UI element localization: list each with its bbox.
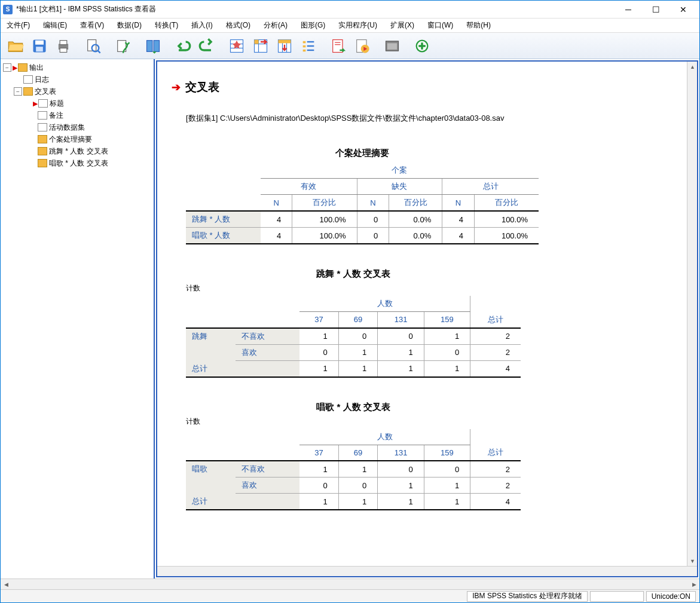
tree-label: 输出 <box>29 63 44 73</box>
goto-data-button[interactable] <box>225 35 248 57</box>
menu-extensions[interactable]: 扩展(X) <box>388 19 417 32</box>
save-icon <box>31 38 48 54</box>
row-header: 喜欢 <box>236 477 299 494</box>
menu-analyze[interactable]: 分析(A) <box>261 19 290 32</box>
table-title: 个案处理摘要 <box>186 148 539 159</box>
titlebar: S *输出1 [文档1] - IBM SPSS Statistics 查看器 ─… <box>1 1 699 19</box>
designate-window-button[interactable] <box>381 35 404 57</box>
row-header: 跳舞 <box>186 328 236 361</box>
cell: 1 <box>378 477 424 494</box>
section-heading: ➔ 交叉表 <box>172 79 683 95</box>
dialog-recall-icon <box>145 38 161 54</box>
cell: 1 <box>378 360 424 377</box>
add-button[interactable] <box>411 35 433 57</box>
tree-label: 备注 <box>49 111 63 121</box>
scroll-down-icon[interactable]: ▼ <box>687 556 698 566</box>
crosstab2-block[interactable]: 唱歌 * 人数 交叉表 计数 人数 37 69 131 159 总计 <box>186 402 521 511</box>
vertical-scrollbar[interactable]: ▲ ▼ <box>687 62 697 566</box>
tree-node-output[interactable]: − ▶ 输出 <box>2 62 152 74</box>
output-viewer[interactable]: ➔ 交叉表 [数据集1] C:\Users\Administrator\Desk… <box>157 62 697 576</box>
col-header: 百分比 <box>389 195 442 212</box>
tree-node-log[interactable]: 日志 <box>2 74 152 85</box>
menu-view[interactable]: 查看(V) <box>78 19 106 32</box>
col-header: 159 <box>424 312 470 328</box>
summary-table-block[interactable]: 个案处理摘要 个案 有效 缺失 总计 N 百分比 <box>186 148 539 244</box>
collapse-icon[interactable]: − <box>3 63 11 72</box>
window-title: *输出1 [文档1] - IBM SPSS Statistics 查看器 <box>16 4 615 14</box>
row-header: 总计 <box>186 494 299 510</box>
cell: 0 <box>424 461 470 477</box>
menu-utilities[interactable]: 实用程序(U) <box>336 19 380 32</box>
undo-button[interactable] <box>172 35 194 57</box>
scroll-right-icon[interactable]: ▶ <box>689 579 699 589</box>
menu-data[interactable]: 数据(D) <box>115 19 144 32</box>
menu-window[interactable]: 窗口(W) <box>425 19 456 32</box>
save-button[interactable] <box>28 35 51 57</box>
cell: 1 <box>424 328 470 345</box>
tree-node-notes[interactable]: 备注 <box>2 109 152 121</box>
cell: 1 <box>338 360 378 377</box>
print-preview-button[interactable] <box>82 35 105 57</box>
menu-transform[interactable]: 转换(T) <box>152 19 181 32</box>
grid-star-icon <box>228 38 245 54</box>
horizontal-scrollbar[interactable] <box>157 566 697 576</box>
menubar: 文件(F) 编辑(E) 查看(V) 数据(D) 转换(T) 插入(I) 格式(O… <box>1 19 699 33</box>
select-last-output-button[interactable] <box>327 35 350 57</box>
grid-arrow-down-icon <box>276 38 293 54</box>
cell: 0 <box>357 228 389 244</box>
print-button[interactable] <box>52 35 75 57</box>
menu-edit[interactable]: 编辑(E) <box>41 19 69 32</box>
cell: 1 <box>424 360 470 377</box>
dialog-recall-button[interactable] <box>142 35 164 57</box>
minimize-button[interactable]: ─ <box>615 1 642 19</box>
magnifier-page-icon <box>85 38 102 54</box>
cell: 1 <box>378 344 424 360</box>
crosstab1-block[interactable]: 跳舞 * 人数 交叉表 计数 人数 37 69 131 159 总计 <box>186 268 521 378</box>
export-button[interactable] <box>112 35 135 57</box>
menu-help[interactable]: 帮助(H) <box>464 19 493 32</box>
tree-node-ct1[interactable]: 跳舞 * 人数 交叉表 <box>2 145 152 157</box>
scroll-up-icon[interactable]: ▲ <box>687 62 698 72</box>
maximize-button[interactable]: ☐ <box>642 1 670 19</box>
log-icon <box>23 75 33 84</box>
run-pending-button[interactable] <box>351 35 374 57</box>
close-button[interactable]: ✕ <box>670 1 697 19</box>
sidebar-scrollbar[interactable]: ◀ ▶ <box>1 578 699 589</box>
open-button[interactable] <box>4 35 27 57</box>
cell: 4 <box>442 228 475 244</box>
cell: 0 <box>378 461 424 477</box>
cell: 4 <box>442 211 475 228</box>
tree-node-summary[interactable]: 个案处理摘要 <box>2 133 152 145</box>
export-icon <box>115 38 132 54</box>
cell: 1 <box>299 494 338 510</box>
folder-open-icon <box>7 38 24 54</box>
row-header: 总计 <box>186 360 299 377</box>
cell: 100.0% <box>474 211 539 228</box>
redo-button[interactable] <box>195 35 218 57</box>
app-window: S *输出1 [文档1] - IBM SPSS Statistics 查看器 ─… <box>0 0 700 603</box>
menu-format[interactable]: 格式(O) <box>224 19 253 32</box>
row-header: 跳舞 * 人数 <box>186 211 261 228</box>
svg-line-8 <box>98 51 100 53</box>
cell: 1 <box>299 360 338 377</box>
cell: 0 <box>378 328 424 345</box>
goto-variable-button[interactable] <box>273 35 296 57</box>
arrow-icon: ➔ <box>172 81 181 94</box>
variables-button[interactable] <box>297 35 320 57</box>
tree-node-dataset[interactable]: 活动数据集 <box>2 121 152 133</box>
tree-node-ct2[interactable]: 唱歌 * 人数 交叉表 <box>2 157 152 169</box>
cell: 0 <box>338 477 378 494</box>
scroll-left-icon[interactable]: ◀ <box>1 579 11 589</box>
outline-tree[interactable]: − ▶ 输出 日志 − 交叉表 ▶ 标题 备注 <box>1 59 155 578</box>
tree-node-title[interactable]: ▶ 标题 <box>2 97 152 109</box>
collapse-icon[interactable]: − <box>14 87 22 96</box>
svg-rect-24 <box>303 45 306 47</box>
col-header: 69 <box>338 312 378 328</box>
menu-graphs[interactable]: 图形(G) <box>298 19 328 32</box>
menu-file[interactable]: 文件(F) <box>4 19 32 32</box>
menu-insert[interactable]: 插入(I) <box>189 19 215 32</box>
cell: 2 <box>470 461 521 477</box>
tree-node-crosstab[interactable]: − 交叉表 <box>2 85 152 97</box>
goto-case-button[interactable] <box>249 35 272 57</box>
col-header: 69 <box>338 445 378 461</box>
